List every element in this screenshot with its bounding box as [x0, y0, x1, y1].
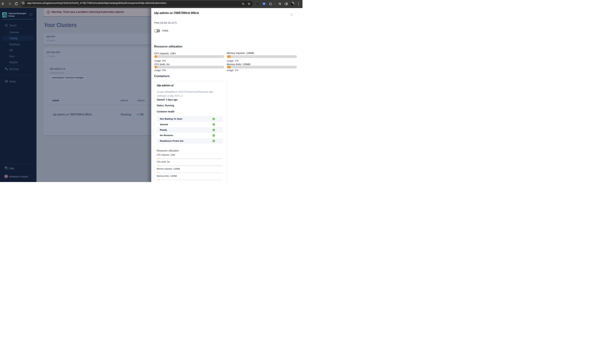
svg-text:?: ? [5, 167, 6, 169]
